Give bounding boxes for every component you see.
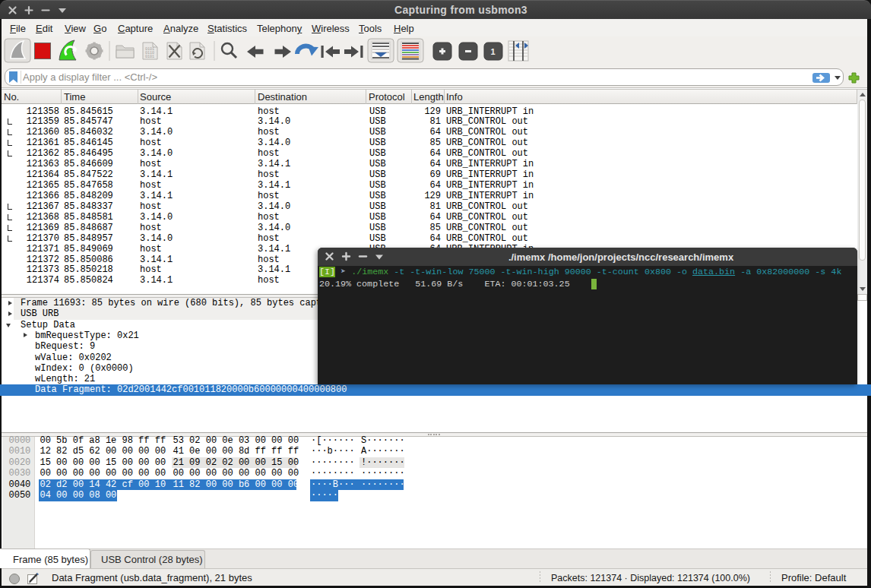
svg-text:1: 1 <box>491 47 496 56</box>
svg-text:0101: 0101 <box>145 55 154 59</box>
